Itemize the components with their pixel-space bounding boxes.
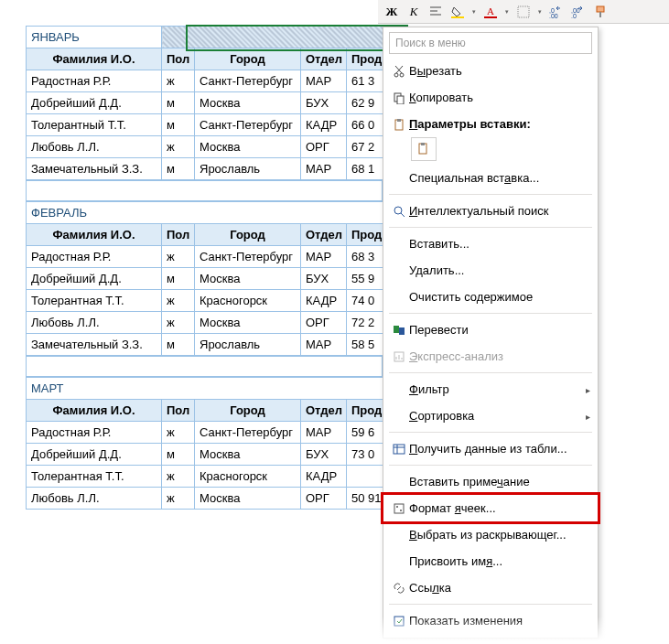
cell-sex[interactable]: м	[162, 334, 195, 356]
cell-name[interactable]: Замечательный З.З.	[27, 334, 162, 356]
col-city[interactable]: Город	[195, 224, 301, 246]
menu-delete[interactable]: Удалить...	[383, 257, 598, 284]
col-sex[interactable]: Пол	[162, 48, 195, 70]
cell-sales[interactable]: 62 9	[347, 92, 383, 114]
month-row-jan[interactable]: ЯНВАРЬ	[27, 27, 383, 48]
cell-name[interactable]: Замечательный З.З.	[27, 158, 162, 180]
cell-city[interactable]: Ярославль	[195, 158, 301, 180]
font-color-dropdown[interactable]	[504, 8, 510, 16]
table-row[interactable]: Любовь Л.Л.жМоскваОРГ67 2	[27, 136, 383, 158]
table-row[interactable]: Толерантный Т.Т.мСанкт-ПетербургКАДР66 0	[27, 114, 383, 136]
table-row[interactable]: Радостная Р.Р.жСанкт-ПетербургМАР59 6	[27, 422, 383, 444]
cell-dept[interactable]: КАДР	[301, 114, 347, 136]
cell-dept[interactable]: МАР	[301, 158, 347, 180]
cell-sales[interactable]: 66 0	[347, 114, 383, 136]
col-sex[interactable]: Пол	[162, 224, 195, 246]
cell-dept[interactable]: МАР	[301, 334, 347, 356]
table-row[interactable]: Добрейший Д.Д.мМоскваБУХ55 9	[27, 268, 383, 290]
col-sex[interactable]: Пол	[162, 400, 195, 422]
borders-dropdown[interactable]	[537, 8, 543, 16]
cell-dept[interactable]: ОРГ	[301, 488, 347, 510]
cell-name[interactable]: Радостная Р.Р.	[27, 422, 162, 444]
cell-dept[interactable]: КАДР	[301, 290, 347, 312]
cell-sex[interactable]: м	[162, 92, 195, 114]
format-painter-button[interactable]	[592, 4, 609, 20]
paste-default-button[interactable]	[411, 137, 437, 161]
menu-translate[interactable]: Перевести	[383, 317, 598, 343]
cell-sales[interactable]: 50 914 ₽	[347, 488, 383, 510]
menu-copy[interactable]: Копировать	[383, 84, 598, 111]
cell-sex[interactable]: ж	[162, 290, 195, 312]
cell-name[interactable]: Толерантный Т.Т.	[27, 114, 162, 136]
menu-sort[interactable]: Сортировка	[383, 402, 598, 429]
col-dept[interactable]: Отдел	[301, 400, 347, 422]
table-row[interactable]: Замечательный З.З.мЯрославльМАР58 5	[27, 334, 383, 356]
menu-insert-comment[interactable]: Вставить примечание	[383, 468, 598, 495]
cell-name[interactable]: Добрейший Д.Д.	[27, 268, 162, 290]
cell-sales[interactable]: 68 1	[347, 158, 383, 180]
menu-dropdown-list[interactable]: Выбрать из раскрывающег...	[383, 521, 598, 548]
cell-sales[interactable]: 74 0	[347, 290, 383, 312]
cell-dept[interactable]: ОРГ	[301, 136, 347, 158]
cell-sex[interactable]: м	[162, 158, 195, 180]
cell-sales[interactable]: 59 6	[347, 422, 383, 444]
col-sales[interactable]: Прод	[347, 400, 383, 422]
table-jan[interactable]: ЯНВАРЬ Фамилия И.О. Пол Город Отдел Прод…	[26, 26, 383, 180]
cell-sex[interactable]: м	[162, 444, 195, 466]
cell-sales[interactable]: 68 3	[347, 246, 383, 268]
cell-sex[interactable]: ж	[162, 246, 195, 268]
menu-get-table-data[interactable]: Получить данные из табли...	[383, 435, 598, 462]
cell-name[interactable]: Любовь Л.Л.	[27, 136, 162, 158]
cell-dept[interactable]: БУХ	[301, 268, 347, 290]
cell-sales[interactable]: 73 0	[347, 444, 383, 466]
cell-dept[interactable]: ОРГ	[301, 312, 347, 334]
decrease-decimal-button[interactable]: ,0,00	[548, 4, 565, 20]
cell-name[interactable]: Любовь Л.Л.	[27, 488, 162, 510]
col-dept[interactable]: Отдел	[301, 224, 347, 246]
table-row[interactable]: Добрейший Д.Д.мМоскваБУХ62 9	[27, 92, 383, 114]
menu-clear[interactable]: Очистить содержимое	[383, 284, 598, 310]
cell-sex[interactable]: ж	[162, 422, 195, 444]
cell-sex[interactable]: ж	[162, 70, 195, 92]
borders-button[interactable]	[515, 4, 532, 20]
cell-name[interactable]: Толерантная Т.Т.	[27, 466, 162, 488]
table-row[interactable]: Радостная Р.Р.жСанкт-ПетербургМАР61 3	[27, 70, 383, 92]
menu-cut[interactable]: Вырезать	[383, 58, 598, 84]
col-sales[interactable]: Прод	[347, 224, 383, 246]
cell-sales[interactable]: 55 9	[347, 268, 383, 290]
col-name[interactable]: Фамилия И.О.	[27, 224, 162, 246]
cell-name[interactable]: Толерантная Т.Т.	[27, 290, 162, 312]
align-button[interactable]	[427, 4, 444, 20]
col-dept[interactable]: Отдел	[301, 48, 347, 70]
cell-city[interactable]: Москва	[195, 488, 301, 510]
increase-decimal-button[interactable]: ,00,0	[570, 4, 587, 20]
cell-city[interactable]: Москва	[195, 312, 301, 334]
month-row-feb[interactable]: ФЕВРАЛЬ	[27, 202, 383, 224]
cell-dept[interactable]: КАДР	[301, 466, 347, 488]
cell-city[interactable]: Красногорск	[195, 466, 301, 488]
menu-search-input[interactable]	[390, 37, 591, 49]
table-row[interactable]: Радостная Р.Р.жСанкт-ПетербургМАР68 3	[27, 246, 383, 268]
table-row[interactable]: Любовь Л.Л.жМоскваОРГ50 914 ₽	[27, 488, 383, 510]
cell-city[interactable]: Москва	[195, 444, 301, 466]
cell-city[interactable]: Санкт-Петербург	[195, 70, 301, 92]
cell-name[interactable]: Радостная Р.Р.	[27, 246, 162, 268]
cell-city[interactable]: Санкт-Петербург	[195, 246, 301, 268]
table-mar[interactable]: МАРТ Фамилия И.О. Пол Город Отдел Прод Р…	[26, 377, 383, 510]
cell-city[interactable]: Москва	[195, 92, 301, 114]
table-row[interactable]: Замечательный З.З.мЯрославльМАР68 1	[27, 158, 383, 180]
cell-sex[interactable]: ж	[162, 466, 195, 488]
cell-dept[interactable]: МАР	[301, 246, 347, 268]
font-color-button[interactable]: А	[482, 4, 499, 20]
col-sales[interactable]: Прод	[347, 48, 383, 70]
cell-sex[interactable]: м	[162, 268, 195, 290]
menu-search[interactable]	[389, 32, 592, 54]
col-name[interactable]: Фамилия И.О.	[27, 48, 162, 70]
cell-sales[interactable]	[347, 466, 383, 488]
col-city[interactable]: Город	[195, 48, 301, 70]
cell-dept[interactable]: БУХ	[301, 92, 347, 114]
cell-sex[interactable]: ж	[162, 312, 195, 334]
bold-button[interactable]: Ж	[383, 4, 400, 20]
cell-dept[interactable]: БУХ	[301, 444, 347, 466]
menu-paste-special[interactable]: Специальная вставка...	[383, 165, 598, 191]
